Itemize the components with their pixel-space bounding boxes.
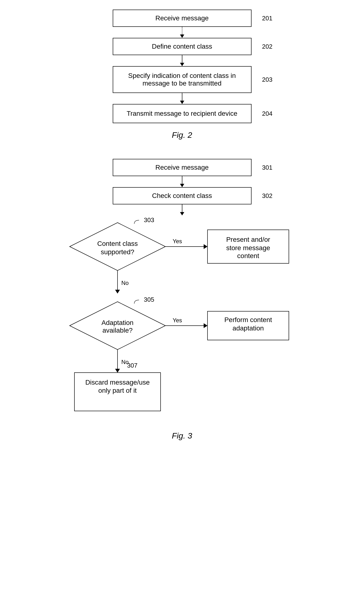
svg-marker-20 [204, 323, 208, 328]
svg-text:No: No [121, 280, 129, 286]
svg-text:Perform content: Perform content [224, 316, 272, 323]
svg-text:Yes: Yes [172, 317, 182, 323]
svg-text:303: 303 [144, 216, 154, 223]
node-202: Define content class 202 [113, 38, 251, 55]
svg-marker-13 [115, 290, 120, 293]
arrow-301-302 [180, 176, 184, 187]
node-302: Check content class 302 [113, 187, 251, 204]
arrow-203-204 [180, 93, 184, 104]
node-203: Specify indication of content class in m… [113, 66, 251, 93]
svg-text:store message: store message [226, 244, 270, 252]
node-301: Receive message 301 [113, 159, 251, 176]
ref-202: 202 [262, 43, 272, 50]
fig3-flow-diagram: 303 Content class supported? Yes 304 Pre… [51, 215, 314, 436]
arrow-dotted-201-202 [180, 27, 184, 38]
svg-text:Adaptation: Adaptation [102, 319, 133, 326]
fig3-label: Fig. 3 [172, 431, 192, 440]
node-201: Receive message 201 [113, 10, 251, 27]
ref-203: 203 [262, 76, 272, 83]
svg-text:supported?: supported? [101, 248, 134, 256]
svg-text:content: content [237, 252, 259, 260]
svg-text:available?: available? [102, 327, 132, 334]
arrow-202-203 [180, 55, 184, 66]
svg-text:305: 305 [144, 296, 154, 303]
node-204: Transmit message to recipient device 204 [113, 104, 251, 123]
svg-text:307: 307 [127, 362, 137, 369]
svg-text:Discard message/use: Discard message/use [85, 379, 150, 386]
svg-text:Present and/or: Present and/or [226, 236, 270, 243]
ref-301: 301 [262, 164, 272, 171]
svg-text:adaptation: adaptation [232, 324, 264, 332]
svg-marker-5 [204, 244, 208, 249]
svg-text:Yes: Yes [172, 238, 182, 244]
figure-2: Receive message 201 Define content class… [14, 10, 350, 140]
ref-204: 204 [262, 110, 272, 117]
arrow-302-303 [180, 204, 184, 215]
svg-marker-27 [115, 369, 120, 373]
ref-302: 302 [262, 192, 272, 200]
ref-201: 201 [262, 15, 272, 22]
figure-3: Receive message 301 Check content class … [14, 159, 350, 440]
svg-text:only part of it: only part of it [98, 387, 137, 394]
svg-text:Content class: Content class [97, 240, 138, 247]
fig2-label: Fig. 2 [172, 130, 192, 140]
